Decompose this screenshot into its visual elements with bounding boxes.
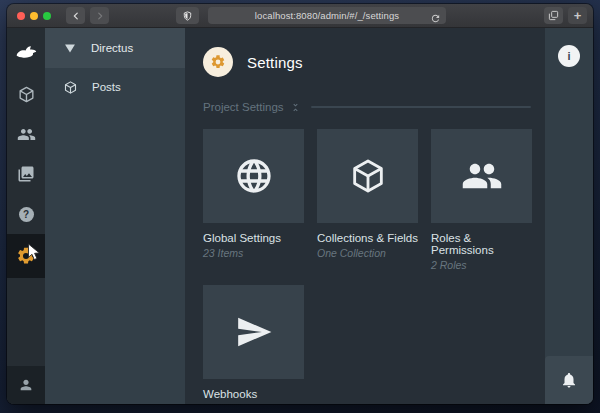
settings-page: Settings Project Settings Global Setting… [185,28,545,404]
project-settings-section-header: Project Settings [203,101,531,113]
module-files[interactable] [7,154,45,194]
module-collections[interactable] [7,74,45,114]
settings-badge [203,47,233,77]
forward-button[interactable] [90,7,109,24]
reload-button[interactable] [430,10,441,28]
unfold-less-icon [290,102,301,113]
notifications-button[interactable] [545,356,593,404]
collapse-section-button[interactable] [290,102,301,113]
project-switcher[interactable]: Directus [45,28,185,68]
photo-library-icon [17,165,35,183]
box-icon [348,156,388,196]
nav-sidebar: Directus Posts [45,28,185,404]
tabs-icon [548,10,559,21]
shield-icon [182,10,193,22]
traffic-lights [17,12,51,20]
reload-icon [430,13,441,24]
back-button[interactable] [66,7,85,24]
help-icon: ? [19,207,34,222]
browser-titlebar: localhost:8080/admin/#/_/settings + [7,4,593,28]
webhooks-tile[interactable] [203,285,304,379]
card-label: Global Settings [203,232,304,244]
close-window-button[interactable] [17,12,25,20]
module-bar: ? [7,28,45,404]
card-note: No Webhooks [203,403,304,404]
card-collections-fields: Collections & Fields One Collection [317,129,418,271]
card-label: Webhooks [203,388,304,400]
info-button[interactable]: i [558,45,580,67]
directus-rabbit-icon [14,41,38,65]
bell-icon [560,371,578,389]
new-tab-button[interactable]: + [568,7,587,24]
section-title: Project Settings [203,101,284,113]
show-tabs-button[interactable] [544,7,563,24]
minimize-window-button[interactable] [30,12,38,20]
browser-window: localhost:8080/admin/#/_/settings + [7,4,593,404]
gear-icon [210,54,226,70]
module-help[interactable]: ? [7,194,45,234]
info-rail: i [545,28,593,404]
card-label: Collections & Fields [317,232,418,244]
person-icon [18,377,34,393]
card-note: 2 Roles [431,259,532,271]
section-divider [311,106,531,108]
content-blocker-button[interactable] [176,7,199,24]
nav-item-label: Posts [92,81,121,93]
project-triangle-icon [63,41,77,55]
gear-icon [16,246,36,266]
settings-cards-grid: Global Settings 23 Items Collections & F… [203,129,545,404]
nav-item-posts[interactable]: Posts [45,68,185,106]
card-roles-permissions: Roles & Permissions 2 Roles [431,129,532,271]
collections-fields-tile[interactable] [317,129,418,223]
app-content: ? Directus Posts [7,28,593,404]
card-global-settings: Global Settings 23 Items [203,129,304,271]
card-note: 23 Items [203,247,304,259]
info-icon: i [567,50,570,62]
module-users[interactable] [7,114,45,154]
send-icon [235,313,273,351]
page-title: Settings [247,54,303,71]
module-settings-active[interactable] [7,234,45,278]
card-webhooks: Webhooks No Webhooks [203,285,304,404]
directus-logo[interactable] [7,32,45,74]
chevron-left-icon [71,11,81,21]
globe-icon [234,156,274,196]
user-menu-button[interactable] [7,366,45,404]
card-note: One Collection [317,247,418,259]
url-text: localhost:8080/admin/#/_/settings [255,10,399,21]
global-settings-tile[interactable] [203,129,304,223]
card-label: Roles & Permissions [431,232,532,256]
zoom-window-button[interactable] [43,12,51,20]
box-icon [63,80,78,95]
chevron-right-icon [95,11,105,21]
roles-permissions-tile[interactable] [431,129,532,223]
project-name: Directus [91,42,133,54]
address-bar[interactable]: localhost:8080/admin/#/_/settings [208,7,446,24]
people-icon [17,125,36,144]
box-icon [17,85,36,104]
page-header: Settings [203,47,545,77]
people-icon [461,155,503,197]
